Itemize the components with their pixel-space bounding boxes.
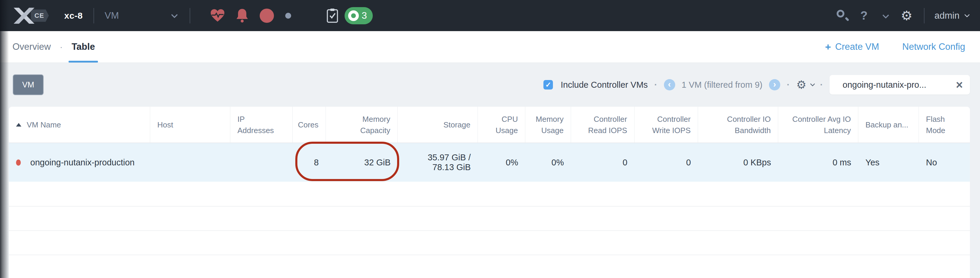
cell-flash-mode: No bbox=[919, 143, 970, 182]
column-header-controller-write-iops[interactable]: Controller Write IOPS bbox=[635, 107, 698, 142]
column-header-flash-mode[interactable]: Flash Mode bbox=[919, 107, 970, 142]
divider bbox=[924, 8, 924, 24]
tab-bar: Overview · Table + Create VM Network Con… bbox=[0, 31, 980, 63]
dot-separator: · bbox=[787, 80, 790, 90]
network-config-button[interactable]: Network Config bbox=[902, 41, 965, 52]
storage-text: 35.97 GiB / 78.13 GiB bbox=[405, 153, 471, 172]
empty-table-row bbox=[9, 182, 970, 206]
top-nav-bar: CE xc-8 VM bbox=[0, 0, 980, 31]
chevron-down-icon bbox=[964, 12, 970, 17]
toolbar-right-group: ✓ Include Controller VMs · ‹ 1 VM (filte… bbox=[543, 75, 970, 95]
critical-alert-dot-icon[interactable] bbox=[260, 9, 274, 23]
column-header-cpu-usage[interactable]: CPU Usage bbox=[478, 107, 525, 142]
column-label: IP Addresses bbox=[237, 114, 272, 136]
create-vm-label: Create VM bbox=[835, 41, 879, 52]
tasks-count: 3 bbox=[362, 10, 367, 21]
column-header-controller-io-bandwidth[interactable]: Controller IO Bandwidth bbox=[698, 107, 778, 142]
cell-cpu-usage: 0% bbox=[478, 143, 525, 182]
tab-overview[interactable]: Overview bbox=[13, 31, 51, 63]
chevron-down-icon bbox=[171, 11, 178, 18]
cell-host bbox=[150, 143, 230, 182]
running-tasks-badge[interactable]: 3 bbox=[345, 7, 373, 24]
previous-page-button[interactable]: ‹ bbox=[664, 79, 675, 90]
dot-separator: · bbox=[820, 80, 823, 90]
column-label: Memory Capacity bbox=[333, 114, 390, 136]
user-menu[interactable]: admin bbox=[935, 10, 968, 21]
cell-storage: 35.97 GiB / 78.13 GiB bbox=[398, 143, 478, 182]
info-dot-icon bbox=[285, 13, 291, 19]
tasks-clipboard-icon[interactable] bbox=[327, 9, 338, 23]
next-page-button[interactable]: › bbox=[769, 79, 780, 90]
divider bbox=[190, 8, 190, 24]
column-header-ip-addresses[interactable]: IP Addresses bbox=[230, 107, 293, 142]
tasks-group: 3 bbox=[327, 7, 373, 24]
empty-table-row bbox=[9, 230, 970, 254]
vm-table: VM Name Host IP Addresses Cores Memory C… bbox=[9, 107, 970, 278]
column-header-controller-read-iops[interactable]: Controller Read IOPS bbox=[571, 107, 635, 142]
user-menu-label: admin bbox=[935, 10, 959, 21]
create-vm-button[interactable]: + Create VM bbox=[825, 41, 879, 53]
column-label: VM Name bbox=[27, 119, 61, 130]
network-config-label: Network Config bbox=[902, 41, 965, 52]
chevron-down-icon bbox=[810, 82, 815, 87]
cell-memory-usage: 0% bbox=[525, 143, 571, 182]
tab-table-label: Table bbox=[72, 41, 95, 52]
status-icons-group bbox=[210, 9, 291, 23]
topbar-right-group: ? ⚙ admin bbox=[837, 8, 968, 24]
table-settings-gear-icon: ⚙ bbox=[796, 78, 807, 91]
divider bbox=[94, 8, 94, 24]
column-header-memory-usage[interactable]: Memory Usage bbox=[525, 107, 571, 142]
column-label: Cores bbox=[298, 119, 318, 130]
column-header-memory-capacity[interactable]: Memory Capacity bbox=[326, 107, 398, 142]
alerts-bell-icon[interactable] bbox=[236, 9, 248, 22]
topbar-left-group: CE xc-8 VM bbox=[0, 0, 373, 31]
plus-icon: + bbox=[825, 41, 831, 53]
table-row[interactable]: ongoing-nutanix-production 8 32 GiB 35.9… bbox=[9, 143, 970, 182]
vm-status-dot-icon bbox=[16, 160, 21, 166]
cell-controller-read-iops: 0 bbox=[571, 143, 635, 182]
column-label: Flash Mode bbox=[926, 114, 963, 136]
cell-controller-write-iops: 0 bbox=[635, 143, 698, 182]
chevron-down-icon[interactable] bbox=[882, 12, 889, 19]
table-settings-dropdown[interactable]: ⚙ bbox=[796, 78, 813, 91]
health-heart-icon[interactable] bbox=[210, 9, 225, 22]
entity-nav-dropdown[interactable]: VM bbox=[105, 10, 179, 21]
sort-ascending-icon bbox=[16, 123, 21, 126]
column-header-host[interactable]: Host bbox=[150, 107, 230, 142]
dot-separator: · bbox=[654, 80, 657, 90]
table-header-row: VM Name Host IP Addresses Cores Memory C… bbox=[9, 107, 970, 143]
filter-summary: 1 VM (filtered from 9) bbox=[682, 80, 762, 90]
cluster-name[interactable]: xc-8 bbox=[64, 11, 83, 21]
table-search-box: × bbox=[829, 75, 970, 95]
entity-type-button[interactable]: VM bbox=[13, 74, 44, 95]
clear-search-icon[interactable]: × bbox=[956, 79, 963, 91]
empty-table-row bbox=[9, 254, 970, 278]
cell-memory-capacity: 32 GiB bbox=[326, 143, 398, 182]
cell-controller-io-bandwidth: 0 KBps bbox=[698, 143, 778, 182]
cell-controller-avg-io-latency: 0 ms bbox=[778, 143, 858, 182]
help-icon[interactable]: ? bbox=[861, 9, 867, 22]
tab-separator: · bbox=[60, 42, 63, 52]
column-header-controller-avg-io-latency[interactable]: Controller Avg IO Latency bbox=[778, 107, 858, 142]
vm-table-page: CE xc-8 VM bbox=[0, 0, 980, 278]
column-header-storage[interactable]: Storage bbox=[398, 107, 478, 142]
nutanix-logo[interactable]: CE bbox=[13, 6, 49, 25]
table-search-input[interactable] bbox=[829, 80, 942, 90]
settings-gear-icon[interactable]: ⚙ bbox=[901, 8, 912, 23]
column-label: Host bbox=[157, 119, 173, 130]
entity-nav-label: VM bbox=[105, 10, 119, 21]
include-controller-vms-checkbox[interactable]: ✓ bbox=[543, 80, 553, 90]
page-actions: + Create VM Network Config bbox=[825, 41, 965, 53]
tab-table[interactable]: Table bbox=[72, 31, 95, 63]
cell-vm-name: ongoing-nutanix-production bbox=[9, 143, 150, 182]
cell-backup: Yes bbox=[858, 143, 919, 182]
vm-name-text[interactable]: ongoing-nutanix-production bbox=[30, 158, 134, 167]
column-header-cores[interactable]: Cores bbox=[293, 107, 326, 142]
tab-overview-label: Overview bbox=[13, 41, 51, 52]
include-controller-vms-label: Include Controller VMs bbox=[561, 80, 648, 90]
global-search-icon[interactable] bbox=[837, 10, 848, 22]
column-header-backup[interactable]: Backup an... bbox=[858, 107, 919, 142]
progress-ring-icon bbox=[348, 10, 359, 21]
empty-table-row bbox=[9, 206, 970, 230]
column-header-vm-name[interactable]: VM Name bbox=[9, 107, 150, 142]
